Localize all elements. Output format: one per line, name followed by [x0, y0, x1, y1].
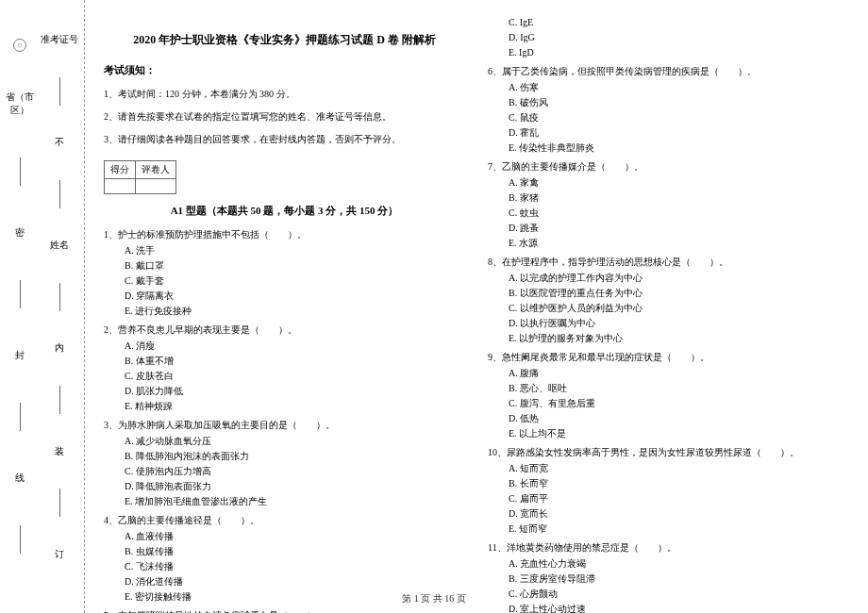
q10-opt-a: A. 短而宽 [509, 461, 849, 476]
q2-opt-a: A. 消瘦 [125, 339, 465, 354]
q11-stem: 11、洋地黄类药物使用的禁忌症是（ ）。 [488, 540, 849, 555]
q6-opt-c: C. 鼠疫 [509, 110, 849, 125]
q8-stem: 8、在护理程序中，指导护理活动的思想核心是（ ）。 [488, 255, 849, 269]
underline [59, 77, 60, 106]
seal-xian: 线 [15, 472, 25, 485]
question-block: 9、急性阑尾炎最常见和最早出现的症状是（ ）。 A. 腹痛 B. 恶心、呕吐 C… [488, 350, 849, 441]
q10-opt-e: E. 短而窄 [509, 522, 849, 537]
question-block: 8、在护理程序中，指导护理活动的思想核心是（ ）。 A. 以完成的护理工作内容为… [488, 255, 849, 346]
q6-opt-b: B. 破伤风 [509, 95, 849, 110]
underline [20, 280, 21, 308]
q3-stem: 3、为肺水肿病人采取加压吸氧的主要目的是（ ）。 [104, 418, 465, 432]
q1-stem: 1、护士的标准预防护理措施中不包括（ ）。 [104, 227, 465, 241]
left-column: 2020 年护士职业资格《专业实务》押题练习试题 D 卷 附解析 考试须知： 1… [92, 9, 476, 613]
q6-options: A. 伤寒 B. 破伤风 C. 鼠疫 D. 霍乱 E. 传染性非典型肺炎 [488, 80, 849, 156]
notice-head: 考试须知： [104, 63, 465, 77]
seal-bu: 不 [55, 136, 64, 149]
q11-opt-b: B. 三度房室传导阻滞 [509, 572, 849, 587]
q9-opt-e: E. 以上均不是 [509, 426, 849, 441]
q7-opt-a: A. 家禽 [509, 175, 849, 191]
q7-opt-e: E. 水源 [509, 236, 849, 251]
instruction-1: 1、考试时间：120 分钟，本卷满分为 380 分。 [104, 87, 465, 102]
q9-stem: 9、急性阑尾炎最常见和最早出现的症状是（ ）。 [488, 350, 849, 364]
underline [20, 403, 21, 431]
q1-options: A. 洗手 B. 戴口罩 C. 戴手套 D. 穿隔离衣 E. 进行免疫接种 [104, 243, 465, 319]
q10-opt-c: C. 扁而平 [509, 491, 849, 506]
score-table: 得分 评卷人 [104, 160, 176, 194]
label-admission-number: 准考证号 [41, 33, 78, 46]
q10-stem: 10、尿路感染女性发病率高于男性，是因为女性尿道较男性尿道（ ）。 [488, 445, 849, 459]
content-area: 2020 年护士职业资格《专业实务》押题练习试题 D 卷 附解析 考试须知： 1… [85, 0, 868, 613]
score-cell-blank2 [136, 179, 176, 194]
underline [59, 283, 60, 311]
score-cell-score: 得分 [105, 161, 136, 179]
q10-options: A. 短而宽 B. 长而窄 C. 扁而平 D. 宽而长 E. 短而窄 [488, 461, 849, 537]
seal-feng: 封 [15, 349, 25, 362]
q3-opt-a: A. 减少动脉血氧分压 [125, 434, 465, 449]
question-block: 2、营养不良患儿早期的表现主要是（ ）。 A. 消瘦 B. 体重不增 C. 皮肤… [104, 323, 465, 414]
q4-opt-b: B. 虫媒传播 [125, 544, 465, 559]
q1-opt-e: E. 进行免疫接种 [125, 304, 465, 319]
q4-opt-d: D. 消化道传播 [125, 574, 465, 589]
seal-nei: 内 [55, 341, 64, 355]
score-cell-blank1 [105, 179, 136, 194]
q10-opt-b: B. 长而窄 [509, 476, 849, 491]
score-cell-grader: 评卷人 [136, 161, 176, 179]
label-region: 省（市区） [0, 91, 40, 117]
q8-opt-e: E. 以护理的服务对象为中心 [509, 331, 849, 346]
q6-opt-d: D. 霍乱 [509, 125, 849, 141]
q7-opt-b: B. 家猪 [509, 191, 849, 206]
q9-options: A. 腹痛 B. 恶心、呕吐 C. 腹泻、有里急后重 D. 低热 E. 以上均不… [488, 366, 849, 441]
q3-opt-b: B. 降低肺泡内泡沫的表面张力 [125, 449, 465, 464]
q2-opt-b: B. 体重不增 [125, 354, 465, 369]
q2-opt-e: E. 精神烦躁 [125, 399, 465, 414]
q4-stem: 4、乙脑的主要传播途径是（ ）。 [104, 513, 465, 527]
question-block: 5、支气管哮喘特异性的血清免疫球蛋白是（ ）。 A. IgA B. IgM [104, 608, 465, 613]
q8-opt-b: B. 以医院管理的重点任务为中心 [509, 286, 849, 301]
question-block: 3、为肺水肿病人采取加压吸氧的主要目的是（ ）。 A. 减少动脉血氧分压 B. … [104, 418, 465, 509]
q6-opt-a: A. 伤寒 [509, 80, 849, 95]
underline [59, 386, 60, 414]
q2-opt-d: D. 肌张力降低 [125, 384, 465, 399]
q9-opt-d: D. 低热 [509, 411, 849, 426]
q2-stem: 2、营养不良患儿早期的表现主要是（ ）。 [104, 323, 465, 337]
q3-options: A. 减少动脉血氧分压 B. 降低肺泡内泡沫的表面张力 C. 使肺泡内压力增高 … [104, 434, 465, 509]
right-column: C. IgE D. IgG E. IgD 6、属于乙类传染病，但按照甲类传染病管… [476, 9, 860, 613]
underline [20, 525, 21, 554]
question-block: 4、乙脑的主要传播途径是（ ）。 A. 血液传播 B. 虫媒传播 C. 飞沫传播… [104, 513, 465, 605]
q9-opt-b: B. 恶心、呕吐 [509, 381, 849, 396]
margin-col-inner: 准考证号 不 姓名 内 装 订 [40, 0, 79, 613]
q8-options: A. 以完成的护理工作内容为中心 B. 以医院管理的重点任务为中心 C. 以维护… [488, 271, 849, 346]
label-name: 姓名 [50, 239, 69, 252]
q4-opt-c: C. 飞沫传播 [125, 559, 465, 574]
margin-col-outer: ○ 省（市区） 密 封 线 [0, 0, 40, 613]
q1-opt-a: A. 洗手 [125, 243, 465, 258]
binding-margin: ○ 省（市区） 密 封 线 准考证号 不 姓名 内 装 订 [0, 0, 85, 613]
seal-zhuang: 装 [55, 445, 64, 458]
seal-ding: 订 [55, 548, 64, 561]
q8-opt-a: A. 以完成的护理工作内容为中心 [509, 271, 849, 286]
q1-opt-c: C. 戴手套 [125, 273, 465, 289]
question-block: 1、护士的标准预防护理措施中不包括（ ）。 A. 洗手 B. 戴口罩 C. 戴手… [104, 227, 465, 319]
q11-opt-a: A. 充血性心力衰竭 [509, 556, 849, 572]
instruction-3: 3、请仔细阅读各种题目的回答要求，在密封线内答题，否则不予评分。 [104, 132, 465, 147]
q2-opt-c: C. 皮肤苍白 [125, 369, 465, 384]
question-block: 7、乙脑的主要传播媒介是（ ）。 A. 家禽 B. 家猪 C. 蚊虫 D. 跳蚤… [488, 159, 849, 251]
q8-opt-d: D. 以执行医嘱为中心 [509, 316, 849, 331]
q3-opt-d: D. 降低肺泡表面张力 [125, 479, 465, 494]
circle-mark: ○ [13, 39, 26, 52]
underline [59, 180, 60, 208]
q7-opt-c: C. 蚊虫 [509, 206, 849, 221]
q5-opt-e: E. IgD [509, 45, 849, 60]
q10-opt-d: D. 宽而长 [509, 506, 849, 522]
q5-options-cont: C. IgE D. IgG E. IgD [488, 15, 849, 60]
q7-options: A. 家禽 B. 家猪 C. 蚊虫 D. 跳蚤 E. 水源 [488, 175, 849, 251]
question-block: 6、属于乙类传染病，但按照甲类传染病管理的疾病是（ ）。 A. 伤寒 B. 破伤… [488, 64, 849, 156]
q8-opt-c: C. 以维护医护人员的利益为中心 [509, 301, 849, 316]
instruction-2: 2、请首先按要求在试卷的指定位置填写您的姓名、准考证号等信息。 [104, 109, 465, 124]
seal-mi: 密 [15, 226, 25, 240]
underline [20, 157, 21, 186]
q5-opt-c: C. IgE [509, 15, 849, 30]
q1-opt-d: D. 穿隔离衣 [125, 289, 465, 304]
q1-opt-b: B. 戴口罩 [125, 258, 465, 273]
